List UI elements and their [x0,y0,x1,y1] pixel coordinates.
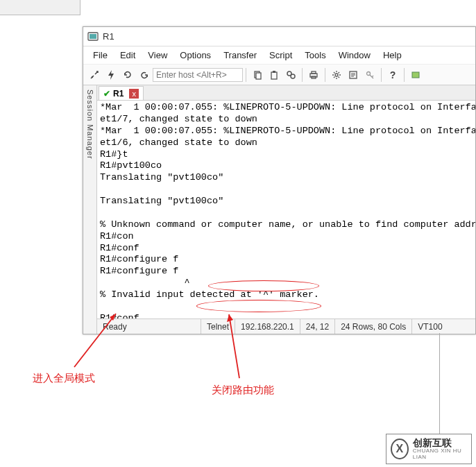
outer-frame-corner [0,0,80,15]
status-term: VT100 [412,319,448,334]
disconnect-icon[interactable] [137,67,152,83]
titlebar: R1 [83,27,475,46]
app-icon [87,31,99,42]
settings-icon[interactable] [329,67,344,83]
brand-logo: X 创新互联 CHUANG XIN HU LIAN [386,434,472,464]
new-session-icon[interactable] [408,67,423,83]
toolbar-separator [325,68,325,82]
connected-check-icon: ✔ [103,89,110,99]
help-icon[interactable]: ? [385,67,400,83]
properties-icon[interactable] [346,67,361,83]
key-icon[interactable] [362,67,377,83]
annotation-text-global-mode: 进入全局模式 [33,372,95,385]
main-column: ✔ R1 x *Mar 1 00:00:07.055: %LINEPROTO-5… [97,85,475,334]
svg-rect-5 [271,72,277,79]
toolbar-separator [381,68,382,82]
status-cursor: 24, 12 [300,319,335,334]
print-icon[interactable] [306,67,321,83]
window-title: R1 [103,31,114,42]
app-window: R1 File Edit View Options Transfer Scrip… [83,26,476,334]
toolbar-separator [246,68,246,82]
toolbar: ? [83,65,475,85]
tab-label: R1 [113,89,124,99]
menu-window[interactable]: Window [333,48,376,62]
menu-transfer[interactable]: Transfer [218,48,262,62]
quick-connect-icon[interactable] [103,67,119,83]
copy-icon[interactable] [250,67,265,83]
toolbar-separator [404,68,405,82]
menu-script[interactable]: Script [264,48,298,62]
menu-options[interactable]: Options [174,48,216,62]
paste-icon[interactable] [266,67,282,83]
session-manager-label: Session Manager [86,90,94,160]
statusbar: Ready Telnet 192.168.220.1 24, 12 24 Row… [97,319,475,334]
session-tab-r1[interactable]: ✔ R1 x [99,86,144,100]
svg-rect-15 [412,72,419,78]
find-icon[interactable] [283,67,298,83]
host-input[interactable] [153,68,243,82]
toolbar-separator [302,68,303,82]
session-manager-tab[interactable]: Session Manager [83,85,97,334]
svg-point-14 [367,71,371,75]
terminal-output[interactable]: *Mar 1 00:00:07.055: %LINEPROTO-5-UPDOWN… [97,101,475,319]
status-ip: 192.168.220.1 [235,319,300,334]
annotation-text-disable-routing: 关闭路由功能 [212,384,274,397]
svg-rect-4 [256,73,261,79]
tabstrip: ✔ R1 x [97,85,475,101]
menu-file[interactable]: File [87,48,113,62]
brand-en: CHUANG XIN HU LIAN [413,448,467,461]
menubar: File Edit View Options Transfer Script T… [83,46,475,65]
tab-close-button[interactable]: x [129,89,139,99]
brand-cn: 创新互联 [413,438,467,448]
svg-point-2 [92,76,93,77]
svg-rect-6 [273,71,275,73]
menu-edit[interactable]: Edit [114,48,141,62]
svg-rect-10 [312,71,316,74]
svg-point-12 [335,74,338,76]
connect-icon[interactable] [87,67,102,83]
menu-view[interactable]: View [142,48,173,62]
brand-mark-icon: X [391,439,409,459]
svg-rect-1 [90,34,96,39]
status-size: 24 Rows, 80 Cols [335,319,412,334]
svg-point-8 [291,74,295,78]
work-area: Session Manager ✔ R1 x *Mar 1 00:00:07.0… [83,85,475,334]
reconnect-icon[interactable] [120,67,135,83]
status-ready: Ready [97,319,201,334]
menu-tools[interactable]: Tools [299,48,331,62]
menu-help[interactable]: Help [377,48,407,62]
status-protocol: Telnet [201,319,235,334]
